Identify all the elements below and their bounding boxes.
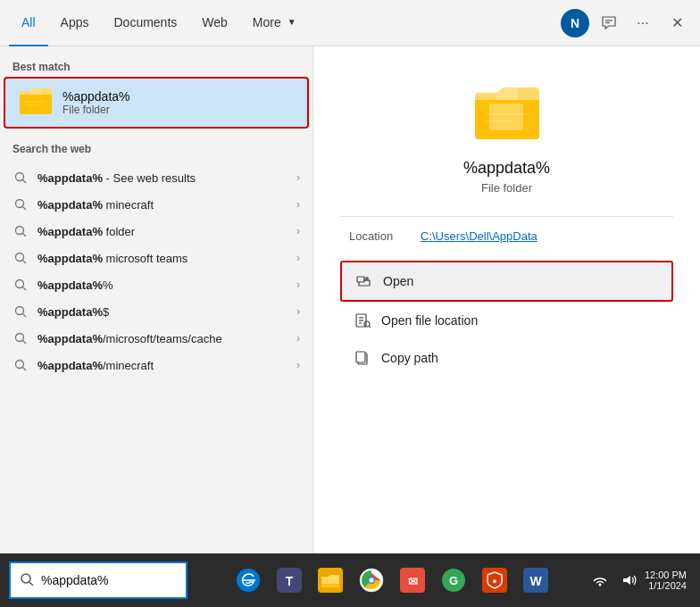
result-text-6: %appdata%/microsoft/teams/cache: [38, 332, 222, 345]
search-icon-4: [12, 277, 29, 293]
search-icon-2: [12, 223, 29, 239]
action-file-location-label: Open file location: [381, 313, 478, 328]
result-text-1: %appdata% minecraft: [38, 198, 154, 212]
copy-icon: [353, 348, 372, 368]
taskbar-icon-google[interactable]: G: [434, 561, 473, 600]
tray-icon-volume[interactable]: [616, 568, 641, 593]
svg-point-43: [369, 578, 373, 583]
taskbar-icon-chrome[interactable]: [352, 561, 391, 600]
avatar[interactable]: N: [561, 9, 589, 37]
svg-point-52: [598, 584, 601, 586]
divider: [340, 216, 673, 217]
right-folder-name: %appdata%: [463, 159, 550, 178]
svg-point-34: [21, 574, 30, 583]
svg-point-19: [16, 361, 24, 369]
search-results-list: %appdata% - See web results › %appdata% …: [0, 164, 312, 378]
file-location-icon: [353, 311, 372, 330]
location-label: Location: [349, 229, 421, 243]
tab-all[interactable]: All: [9, 0, 48, 46]
right-panel: %appdata% File folder Location C:\Users\…: [312, 46, 700, 553]
svg-line-14: [23, 287, 27, 291]
svg-line-18: [23, 341, 27, 345]
taskbar-icon-word[interactable]: W: [516, 561, 555, 600]
svg-point-11: [16, 254, 24, 262]
svg-rect-33: [356, 352, 365, 362]
result-text-5: %appdata%$: [38, 305, 109, 319]
close-button[interactable]: ✕: [662, 9, 691, 37]
feedback-button[interactable]: [595, 9, 623, 37]
search-icon-0: [12, 170, 29, 186]
taskbar-app-icons: T ✉: [196, 561, 588, 600]
action-open-label: Open: [383, 274, 413, 288]
location-path[interactable]: C:\Users\Dell\AppData: [421, 229, 538, 243]
result-item-3[interactable]: %appdata% microsoft teams ›: [0, 245, 312, 271]
tab-web[interactable]: Web: [189, 0, 240, 46]
result-item-4[interactable]: %appdata%% ›: [0, 271, 312, 298]
search-icon-1: [12, 196, 29, 212]
taskbar-search-icon: [20, 572, 34, 589]
svg-point-15: [16, 307, 24, 315]
svg-line-35: [29, 582, 33, 586]
svg-text:T: T: [286, 574, 294, 588]
svg-point-7: [16, 200, 24, 208]
result-item-0[interactable]: %appdata% - See web results ›: [0, 164, 312, 191]
result-text-7: %appdata%/minecraft: [38, 359, 154, 372]
taskbar-icon-mail[interactable]: ✉: [393, 561, 432, 600]
svg-line-8: [23, 207, 27, 211]
result-text-4: %appdata%%: [38, 279, 113, 292]
location-row: Location C:\Users\Dell\AppData: [340, 224, 673, 248]
result-text-0: %appdata% - See web results: [38, 171, 196, 185]
chevron-down-icon: ▼: [288, 17, 296, 27]
search-icon-5: [12, 304, 29, 320]
best-match-label: Best match: [0, 55, 312, 77]
taskbar-search-box[interactable]: [9, 561, 188, 599]
result-item-7[interactable]: %appdata%/minecraft ›: [0, 352, 312, 378]
svg-text:W: W: [529, 574, 542, 588]
chevron-right-icon-7: ›: [296, 359, 300, 371]
top-nav: All Apps Documents Web More ▼ N ···: [0, 0, 700, 46]
svg-point-9: [16, 227, 24, 235]
main-container: Best match %appdata% File folder Search …: [0, 46, 700, 553]
svg-line-6: [23, 180, 27, 184]
actions-list: Open Open file location: [340, 261, 673, 377]
folder-icon-small: [18, 86, 54, 120]
taskbar-icon-shield[interactable]: ●: [475, 561, 514, 600]
result-item-1[interactable]: %appdata% minecraft ›: [0, 191, 312, 218]
search-icon-3: [12, 250, 29, 266]
result-text-2: %appdata% folder: [38, 225, 135, 238]
action-open[interactable]: Open: [340, 261, 673, 302]
svg-text:●: ●: [492, 577, 496, 586]
svg-line-20: [23, 368, 27, 371]
action-file-location[interactable]: Open file location: [340, 302, 673, 339]
tab-apps[interactable]: Apps: [48, 0, 102, 46]
svg-text:✉: ✉: [407, 575, 417, 588]
chevron-right-icon-2: ›: [296, 225, 300, 237]
best-match-item[interactable]: %appdata% File folder: [4, 77, 309, 129]
tray-icon-network[interactable]: [588, 568, 612, 593]
svg-point-30: [364, 321, 370, 327]
svg-line-16: [23, 314, 27, 318]
chevron-right-icon-1: ›: [296, 198, 300, 211]
more-options-button[interactable]: ···: [629, 9, 657, 37]
svg-point-5: [16, 173, 24, 181]
svg-text:G: G: [449, 574, 458, 587]
system-tray: 12:00 PM 1/1/2024: [588, 568, 700, 593]
tab-documents[interactable]: Documents: [101, 0, 189, 46]
system-clock[interactable]: 12:00 PM 1/1/2024: [645, 570, 691, 591]
result-item-2[interactable]: %appdata% folder ›: [0, 218, 312, 245]
taskbar-icon-files[interactable]: [311, 561, 350, 600]
chevron-right-icon-6: ›: [296, 332, 300, 345]
tab-more[interactable]: More ▼: [240, 0, 309, 46]
taskbar-icon-edge[interactable]: [229, 561, 268, 600]
action-copy-path[interactable]: Copy path: [340, 339, 673, 377]
web-search-label: Search the web: [0, 137, 312, 159]
open-icon: [354, 271, 374, 291]
taskbar-search-input[interactable]: [41, 573, 177, 587]
top-right-icons: N ··· ✕: [561, 9, 691, 37]
chevron-right-icon-0: ›: [296, 171, 300, 184]
taskbar-icon-teams[interactable]: T: [270, 561, 309, 600]
result-item-5[interactable]: %appdata%$ ›: [0, 298, 312, 325]
search-icon-7: [12, 357, 29, 373]
svg-point-17: [16, 334, 24, 342]
result-item-6[interactable]: %appdata%/microsoft/teams/cache ›: [0, 325, 312, 352]
